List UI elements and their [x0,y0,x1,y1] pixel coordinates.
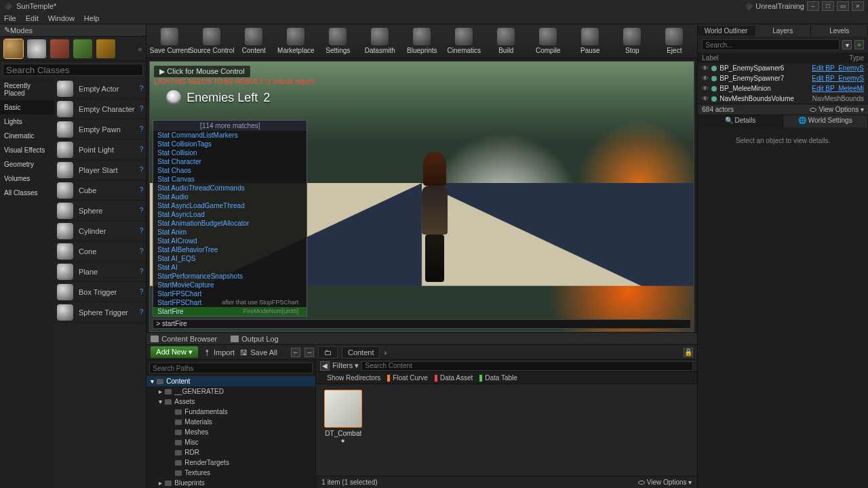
toolbar-source-button[interactable]: Source Control [193,26,231,56]
actor-type-link[interactable]: Edit BP_MeleeMi [810,85,864,92]
hide-sources-button[interactable]: ◀ [320,361,330,371]
console-item[interactable]: Stat AI [153,263,307,272]
help-icon[interactable]: ? [140,105,144,113]
menu-edit[interactable]: Edit [26,14,39,22]
save-all-button[interactable]: 🖫 Save All [240,348,277,357]
nav-back-button[interactable]: ← [291,348,300,357]
tree-node[interactable]: RDR [146,447,315,458]
filter-chip[interactable]: Data Asset [435,374,473,382]
tab-content-browser[interactable]: Content Browser [151,335,217,343]
tree-node[interactable]: ▾Content [146,376,315,386]
help-icon[interactable]: ? [140,146,144,153]
toolbar-pause-button[interactable]: Pause [571,26,609,56]
console-item-selected[interactable]: StartFire [157,307,183,316]
tree-node[interactable]: ▸Blueprints [146,478,315,488]
place-category[interactable]: Volumes [0,171,54,186]
tree-node[interactable]: ▸__GENERATED [146,386,315,396]
col-label[interactable]: Label [702,54,810,62]
toolbar-build-button[interactable]: Build [487,26,525,56]
viewport[interactable]: ▶ Click for Mouse Control LIGHTING NEEDS… [149,61,694,332]
cb-lock-button[interactable]: 🔒 [684,348,693,357]
disclosure-icon[interactable]: ▾ [151,378,154,385]
place-item[interactable]: Sphere? [54,201,146,221]
tab-levels[interactable]: Levels [811,26,868,36]
toolbar-stop-button[interactable]: Stop [613,26,651,56]
minimize-button[interactable]: – [807,1,819,11]
tree-node[interactable]: RenderTargets [146,458,315,468]
mode-landscape-icon[interactable] [50,39,69,58]
console-item[interactable]: Stat AI_EQS [153,254,307,263]
modes-overflow-icon[interactable]: » [138,45,142,53]
console-item[interactable]: Stat AudioThreadCommands [153,184,307,192]
import-button[interactable]: ⭱ Import [203,348,235,357]
filter-chip[interactable]: Data Table [479,374,517,382]
console-item[interactable]: Stat Collision [153,148,307,157]
place-item[interactable]: Empty Actor? [54,79,146,99]
outliner-row[interactable]: 👁BP_EnemySpawner6Edit BP_EnemyS [698,63,868,73]
help-icon[interactable]: ? [140,207,144,214]
help-icon[interactable]: ? [140,85,144,92]
console-item[interactable]: Stat CollisionTags [153,140,307,148]
tab-details[interactable]: 🔍 Details [698,115,783,127]
console-item[interactable]: Stat CommandListMarkers [153,131,307,140]
console-item[interactable]: Stat AsyncLoad [153,210,307,219]
nav-fwd-button[interactable]: → [304,348,314,357]
console-item[interactable]: Stat Canvas [153,175,307,184]
filter-chip[interactable]: Show Redirectors [321,374,380,382]
help-icon[interactable]: ? [140,268,144,275]
toolbar-compile-button[interactable]: Compile [529,26,567,56]
menu-window[interactable]: Window [48,14,75,22]
asset-tile[interactable]: DT_Combat★ [321,390,365,470]
breadcrumb-folder-icon[interactable]: 🗀 [318,346,338,359]
toolbar-save-button[interactable]: Save Current [151,26,189,56]
place-category[interactable]: Basic [0,100,54,115]
mode-paint-icon[interactable] [27,39,46,58]
toolbar-cinematics-button[interactable]: Cinematics [445,26,483,56]
console-item[interactable]: Stat Chaos [153,166,307,175]
console-item[interactable]: Stat Anim [153,228,307,237]
breadcrumb-content[interactable]: Content [342,346,380,359]
outliner-add-button[interactable]: ＋ [854,40,864,49]
console-item[interactable]: StartFPSChart [153,289,307,298]
outliner-view-options[interactable]: View Options ▾ [810,106,864,113]
console-item[interactable]: Stat Audio [153,192,307,201]
help-icon[interactable]: ? [140,247,144,255]
col-type[interactable]: Type [810,54,864,62]
disclosure-icon[interactable]: ▾ [159,398,162,405]
console-item[interactable]: StartFPSChart [157,298,201,307]
outliner-search-input[interactable] [702,39,840,50]
place-item[interactable]: Sphere Trigger? [54,302,146,323]
tree-node[interactable]: ▾Assets [146,396,315,407]
help-icon[interactable]: ? [140,288,144,296]
place-category[interactable]: Cinematic [0,129,54,143]
maximize-button[interactable]: □ [822,1,834,11]
place-item[interactable]: Empty Character? [54,99,146,119]
mode-geometry-icon[interactable] [96,39,115,58]
search-paths-input[interactable] [149,363,313,373]
place-category[interactable]: Recently Placed [0,79,54,100]
tab-world-settings[interactable]: 🌐 World Settings [783,115,868,127]
place-item[interactable]: Cylinder? [54,221,146,241]
place-category[interactable]: Visual Effects [0,143,54,157]
outliner-filter-button[interactable]: ▾ [842,40,852,49]
console-item[interactable]: Stat Character [153,157,307,166]
toolbar-settings-button[interactable]: Settings [319,26,357,56]
help-icon[interactable]: ? [140,166,144,174]
tree-node[interactable]: Misc [146,437,315,447]
place-category[interactable]: Geometry [0,157,54,171]
actor-type-link[interactable]: Edit BP_EnemyS [810,64,864,72]
visibility-eye-icon[interactable]: 👁 [702,95,709,102]
tree-node[interactable]: Meshes [146,427,315,437]
toolbar-content-button[interactable]: Content [235,26,273,56]
place-item[interactable]: Player Start? [54,160,146,180]
place-item[interactable]: Box Trigger? [54,282,146,302]
filters-dropdown[interactable]: Filters ▾ [332,361,359,370]
place-item[interactable]: Plane? [54,262,146,282]
tab-world-outliner[interactable]: World Outliner [698,26,755,36]
outliner-row[interactable]: 👁BP_EnemySpawner7Edit BP_EnemyS [698,73,868,83]
place-item[interactable]: Empty Pawn? [54,119,146,140]
mode-foliage-icon[interactable] [73,39,92,58]
visibility-eye-icon[interactable]: 👁 [702,64,709,72]
tree-node[interactable]: Textures [146,468,315,478]
place-item[interactable]: Cube? [54,180,146,201]
